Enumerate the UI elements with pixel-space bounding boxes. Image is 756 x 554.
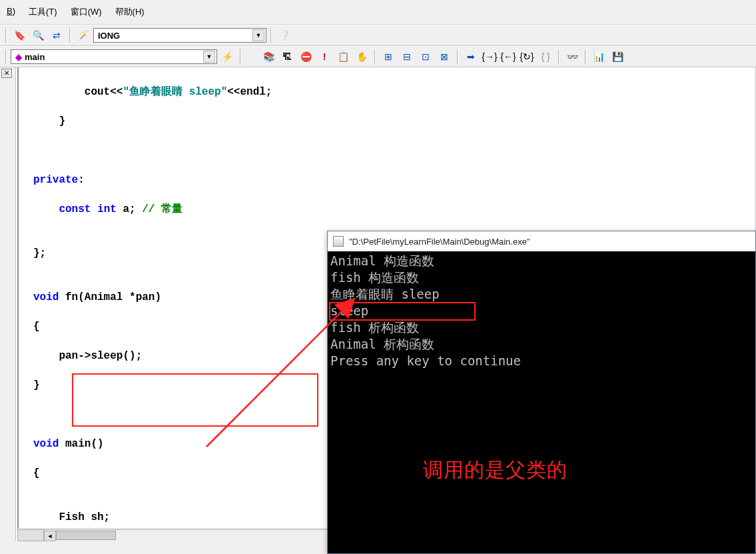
toolbar-separator (270, 28, 272, 43)
console-line: Animal 析构函数 (330, 336, 753, 353)
build-button[interactable]: 🏗 (278, 49, 296, 65)
step-out-button[interactable]: {←} (500, 49, 517, 65)
member-combo-value: main (25, 52, 45, 62)
find-in-files-button[interactable]: 🔍 (29, 27, 47, 43)
window-split-h-button[interactable]: ⊡ (417, 49, 434, 65)
break-button[interactable]: ✋ (353, 49, 370, 65)
help-context-button[interactable]: ❔ (276, 27, 293, 43)
bookmark-toggle-button[interactable]: 🔖 (11, 27, 28, 43)
console-title-text: "D:\PetFile\myLearnFile\Main\Debug\Main.… (349, 237, 530, 247)
brace-match-button[interactable]: ⇄ (48, 27, 65, 43)
chevron-down-icon[interactable]: ▼ (203, 51, 215, 63)
menu-tools[interactable]: 工具(T) (25, 3, 61, 21)
config-combo[interactable]: IONG ▼ (93, 28, 266, 43)
toolbar-separator (5, 49, 7, 64)
registers-button[interactable]: 📊 (590, 49, 607, 65)
watch-button[interactable]: 👓 (564, 49, 581, 65)
execute-button[interactable]: ! (316, 49, 333, 65)
console-window: "D:\PetFile\myLearnFile\Main\Debug\Main.… (327, 231, 756, 554)
chevron-down-icon[interactable]: ▼ (252, 29, 264, 41)
toolbar-2: ◆ main ▼ ⚡ 📚 🏗 ⛔ ! 📋 ✋ ⊞ ⊟ ⊡ ⊠ ➡ {→} {←}… (0, 46, 756, 67)
scroll-left-button[interactable]: ◄ (44, 531, 56, 541)
step-over-button[interactable]: {→} (481, 49, 498, 65)
config-combo-value: IONG (98, 31, 120, 41)
window-tile-button[interactable]: ⊞ (380, 49, 397, 65)
compile-button[interactable]: 📚 (260, 49, 277, 65)
console-line: fish 构造函数 (330, 269, 753, 286)
console-line: Animal 构造函数 (330, 253, 753, 269)
diamond-icon: ◆ (15, 52, 22, 62)
go-debug-button[interactable]: 📋 (334, 49, 352, 65)
scroll-thumb[interactable] (56, 531, 116, 540)
console-icon (333, 236, 344, 247)
menu-help[interactable]: 帮助(H) (111, 3, 149, 21)
toolbar-1: 🔖 🔍 ⇄ 🪄 IONG ▼ ❔ (0, 25, 756, 46)
splitter-handle[interactable] (17, 529, 44, 541)
console-line: 鱼睁着眼睛 sleep (330, 286, 753, 303)
workspace-panel: ✕ (0, 67, 16, 541)
braces-button[interactable]: { } (537, 49, 554, 65)
window-cascade-button[interactable]: ⊟ (398, 49, 416, 65)
console-line: sleep (330, 303, 753, 319)
menu-bar: B) 工具(T) 窗口(W) 帮助(H) (0, 0, 756, 25)
console-line: fish 析构函数 (330, 319, 753, 336)
console-line: Press any key to continue (330, 353, 753, 369)
toolbar-separator (457, 49, 458, 64)
toolbar-separator (558, 49, 560, 64)
member-combo[interactable]: ◆ main ▼ (11, 49, 217, 64)
console-output: Animal 构造函数 fish 构造函数 鱼睁着眼睛 sleep sleep … (328, 251, 755, 371)
toolbar-separator (5, 28, 7, 43)
step-into-button[interactable]: ➡ (462, 49, 480, 65)
toolbar-separator (374, 49, 376, 64)
toolbar-separator (69, 28, 71, 43)
class-wizard-button[interactable]: 🪄 (75, 27, 92, 43)
stop-build-button[interactable]: ⛔ (297, 49, 314, 65)
menu-build[interactable]: B) (3, 3, 19, 21)
memory-button[interactable]: 💾 (609, 49, 626, 65)
window-split-v-button[interactable]: ⊠ (436, 49, 453, 65)
run-to-cursor-button[interactable]: {↻} (518, 49, 536, 65)
toolbar-separator (585, 49, 586, 64)
close-panel-button[interactable]: ✕ (1, 69, 12, 78)
menu-window[interactable]: 窗口(W) (67, 3, 106, 21)
go-button[interactable]: ⚡ (218, 49, 236, 65)
toolbar-separator (240, 49, 241, 64)
console-titlebar[interactable]: "D:\PetFile\myLearnFile\Main\Debug\Main.… (328, 231, 755, 251)
